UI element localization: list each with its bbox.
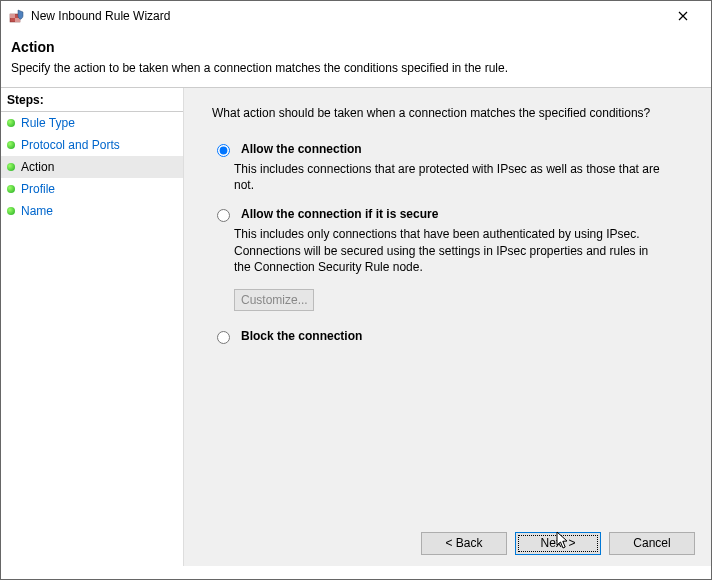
footer-buttons: < Back Next > Cancel (184, 520, 711, 566)
body: Steps: Rule TypeProtocol and PortsAction… (1, 88, 711, 566)
step-label: Protocol and Ports (21, 138, 120, 152)
step-bullet-icon (7, 141, 15, 149)
option-title-allow[interactable]: Allow the connection (241, 142, 362, 156)
customize-wrap: Customize... (234, 289, 691, 311)
window-title: New Inbound Rule Wizard (31, 9, 663, 23)
page-title: Action (11, 39, 701, 55)
step-label: Action (21, 160, 54, 174)
step-label: Name (21, 204, 53, 218)
option-title-allow-secure[interactable]: Allow the connection if it is secure (241, 207, 438, 221)
step-action[interactable]: Action (1, 156, 183, 178)
option-desc-allow-secure: This includes only connections that have… (234, 226, 664, 275)
main-panel: What action should be taken when a conne… (183, 88, 711, 566)
step-bullet-icon (7, 163, 15, 171)
steps-heading: Steps: (1, 90, 183, 112)
steps-sidebar: Steps: Rule TypeProtocol and PortsAction… (1, 88, 183, 566)
step-bullet-icon (7, 185, 15, 193)
step-label: Profile (21, 182, 55, 196)
radio-block[interactable] (217, 331, 230, 344)
title-bar: New Inbound Rule Wizard (1, 1, 711, 31)
back-button[interactable]: < Back (421, 532, 507, 555)
option-allow-secure: Allow the connection if it is secure (212, 207, 691, 222)
option-allow: Allow the connection (212, 142, 691, 157)
cancel-button[interactable]: Cancel (609, 532, 695, 555)
step-rule-type[interactable]: Rule Type (1, 112, 183, 134)
header-area: Action Specify the action to be taken wh… (1, 31, 711, 83)
step-label: Rule Type (21, 116, 75, 130)
next-button[interactable]: Next > (515, 532, 601, 555)
step-name[interactable]: Name (1, 200, 183, 222)
step-protocol-and-ports[interactable]: Protocol and Ports (1, 134, 183, 156)
radio-allow[interactable] (217, 144, 230, 157)
step-bullet-icon (7, 119, 15, 127)
radio-allow-secure[interactable] (217, 209, 230, 222)
firewall-wizard-icon (9, 8, 25, 24)
svg-rect-1 (10, 14, 15, 18)
customize-button: Customize... (234, 289, 314, 311)
option-block: Block the connection (212, 329, 691, 344)
question-text: What action should be taken when a conne… (212, 106, 691, 120)
step-profile[interactable]: Profile (1, 178, 183, 200)
close-button[interactable] (663, 6, 703, 26)
step-bullet-icon (7, 207, 15, 215)
option-desc-allow: This includes connections that are prote… (234, 161, 664, 193)
page-description: Specify the action to be taken when a co… (11, 61, 701, 75)
wizard-window: New Inbound Rule Wizard Action Specify t… (0, 0, 712, 580)
option-title-block[interactable]: Block the connection (241, 329, 362, 343)
